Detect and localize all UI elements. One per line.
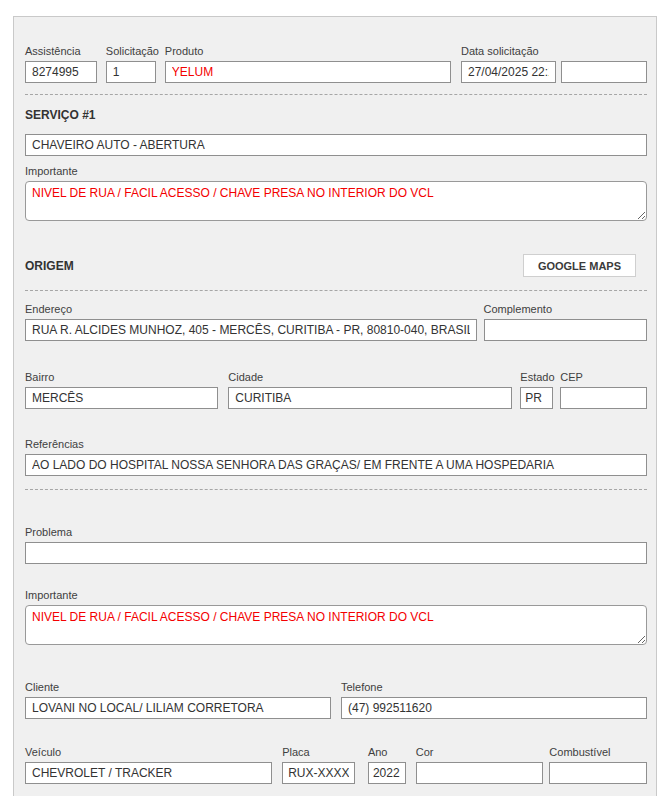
solicitacao-input[interactable] <box>106 61 156 83</box>
problema-input[interactable] <box>25 542 647 564</box>
cor-field: Cor <box>416 746 544 784</box>
ano-label: Ano <box>368 746 406 758</box>
referencias-label: Referências <box>25 438 647 450</box>
cliente-field: Cliente <box>25 681 331 719</box>
data-solicitacao-extra-input[interactable] <box>561 61 647 83</box>
bairro-row: Bairro Cidade Estado CEP <box>25 371 647 409</box>
cliente-row: Cliente Telefone <box>25 681 647 719</box>
veiculo-field: Veículo <box>25 746 272 784</box>
endereco-field: Endereço <box>25 303 477 341</box>
estado-input[interactable] <box>520 387 553 409</box>
bairro-field: Bairro <box>25 371 218 409</box>
cep-field: CEP <box>560 371 647 409</box>
produto-field: Produto <box>165 45 451 83</box>
endereco-label: Endereço <box>25 303 477 315</box>
divider <box>25 290 647 291</box>
telefone-label: Telefone <box>341 681 647 693</box>
cliente-label: Cliente <box>25 681 331 693</box>
combustivel-field: Combustível <box>549 746 647 784</box>
cidade-label: Cidade <box>228 371 512 383</box>
veiculo-input[interactable] <box>25 762 272 784</box>
cep-label: CEP <box>560 371 647 383</box>
telefone-field: Telefone <box>341 681 647 719</box>
assistencia-label: Assistência <box>25 45 97 57</box>
placa-input[interactable] <box>282 762 355 784</box>
problema-label: Problema <box>25 526 647 538</box>
data-solicitacao-field: Data solicitação <box>461 45 647 83</box>
combustivel-label: Combustível <box>549 746 647 758</box>
endereco-input[interactable] <box>25 319 477 341</box>
endereco-row: Endereço Complemento <box>25 303 647 341</box>
bairro-input[interactable] <box>25 387 218 409</box>
placa-label: Placa <box>282 746 355 758</box>
solicitacao-label: Solicitação <box>106 45 156 57</box>
placa-field: Placa <box>282 746 355 784</box>
estado-label: Estado <box>520 371 553 383</box>
cor-input[interactable] <box>416 762 544 784</box>
origem-title: ORIGEM <box>25 259 74 273</box>
google-maps-button[interactable]: GOOGLE MAPS <box>523 254 636 277</box>
produto-input[interactable] <box>165 61 451 83</box>
data-solicitacao-label: Data solicitação <box>461 45 647 57</box>
produto-label: Produto <box>165 45 451 57</box>
telefone-input[interactable] <box>341 697 647 719</box>
divider <box>25 489 647 490</box>
servico-importante-label: Importante <box>25 165 647 177</box>
header-row: Assistência Solicitação Produto Data sol… <box>25 45 647 83</box>
importante-textarea[interactable]: NIVEL DE RUA / FACIL ACESSO / CHAVE PRES… <box>25 605 647 645</box>
cidade-input[interactable] <box>228 387 512 409</box>
veiculo-row: Veículo Placa Ano Cor Combustível <box>25 746 647 784</box>
servico-title: SERVIÇO #1 <box>25 108 647 122</box>
estado-field: Estado <box>520 371 553 409</box>
importante-label: Importante <box>25 589 647 601</box>
servico-input[interactable] <box>25 134 647 156</box>
referencias-input[interactable] <box>25 454 647 476</box>
cidade-field: Cidade <box>228 371 512 409</box>
cliente-input[interactable] <box>25 697 331 719</box>
ano-input[interactable] <box>368 762 406 784</box>
cor-label: Cor <box>416 746 544 758</box>
veiculo-label: Veículo <box>25 746 272 758</box>
origem-header-row: ORIGEM GOOGLE MAPS <box>25 254 647 277</box>
servico-importante-textarea[interactable]: NIVEL DE RUA / FACIL ACESSO / CHAVE PRES… <box>25 181 647 221</box>
divider <box>25 94 647 95</box>
cep-input[interactable] <box>560 387 647 409</box>
ano-field: Ano <box>368 746 406 784</box>
complemento-field: Complemento <box>484 303 647 341</box>
bairro-label: Bairro <box>25 371 218 383</box>
complemento-input[interactable] <box>484 319 647 341</box>
complemento-label: Complemento <box>484 303 647 315</box>
referencias-field: Referências <box>25 438 647 476</box>
solicitacao-field: Solicitação <box>106 45 156 83</box>
combustivel-input[interactable] <box>549 762 647 784</box>
assistencia-field: Assistência <box>25 45 97 83</box>
importante-field: Importante NIVEL DE RUA / FACIL ACESSO /… <box>25 589 647 645</box>
data-solicitacao-input[interactable] <box>461 61 556 83</box>
servico-importante-field: Importante NIVEL DE RUA / FACIL ACESSO /… <box>25 165 647 221</box>
assistencia-input[interactable] <box>25 61 97 83</box>
problema-field: Problema <box>25 526 647 564</box>
assistance-form-panel: Assistência Solicitação Produto Data sol… <box>13 16 657 796</box>
